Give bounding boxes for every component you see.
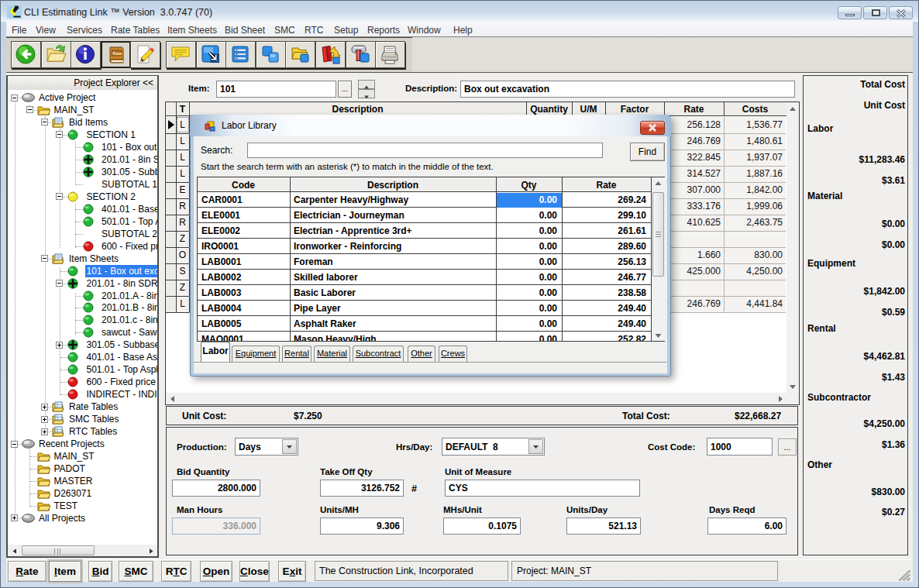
svg-text:Rate: Rate <box>112 51 122 56</box>
